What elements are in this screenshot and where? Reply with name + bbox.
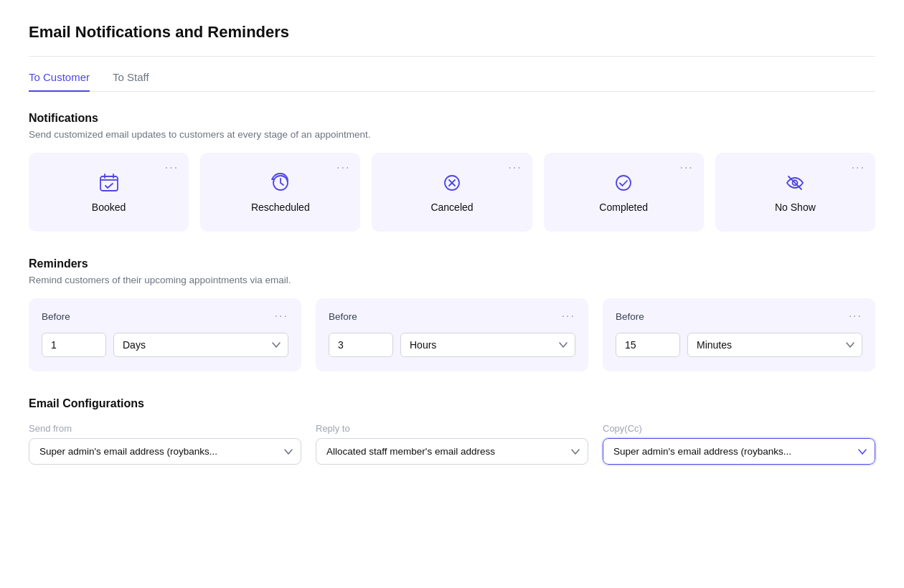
tab-to-staff[interactable]: To Staff (113, 71, 149, 92)
notification-cards-container: ··· Booked ··· (29, 153, 875, 232)
x-circle-icon (441, 171, 463, 194)
reminder-3-number[interactable] (616, 333, 680, 357)
reminder-3-inputs: Minutes Hours Days Weeks (616, 333, 862, 357)
reminder-card-1: Before ··· Minutes Hours Days Weeks (29, 298, 301, 371)
reminder-1-number[interactable] (42, 333, 106, 357)
notifications-desc: Send customized email updates to custome… (29, 129, 875, 140)
reminders-desc: Remind customers of their upcoming appoi… (29, 275, 875, 285)
reminder-2-before-label: Before (329, 311, 357, 322)
svg-rect-0 (100, 176, 118, 191)
email-config-section: Email Configurations Send from Super adm… (29, 397, 875, 465)
reply-to-field: Reply to Allocated staff member's email … (316, 423, 588, 465)
reminder-2-inputs: Minutes Hours Days Weeks (329, 333, 575, 357)
send-from-select[interactable]: Super admin's email address (roybanks...… (29, 438, 301, 465)
svg-point-3 (616, 176, 631, 190)
reminder-card-3: Before ··· Minutes Hours Days Weeks (603, 298, 875, 371)
reply-to-select[interactable]: Allocated staff member's email address S… (316, 438, 588, 465)
reminder-1-inputs: Minutes Hours Days Weeks (42, 333, 288, 357)
booked-menu[interactable]: ··· (165, 161, 179, 174)
reminders-title: Reminders (29, 257, 875, 270)
reminder-2-menu[interactable]: ··· (562, 310, 575, 323)
rescheduled-menu[interactable]: ··· (336, 161, 350, 174)
booked-label: Booked (92, 201, 126, 213)
copy-cc-label: Copy(Cc) (603, 423, 875, 434)
reminder-3-header: Before ··· (616, 310, 862, 323)
canceled-menu[interactable]: ··· (508, 161, 522, 174)
completed-label: Completed (599, 201, 648, 213)
reminder-1-menu[interactable]: ··· (275, 310, 288, 323)
reminder-1-before-label: Before (42, 311, 70, 322)
reminder-cards-container: Before ··· Minutes Hours Days Weeks Befo… (29, 298, 875, 371)
reminder-2-number[interactable] (329, 333, 393, 357)
calendar-check-icon (98, 171, 121, 194)
email-config-title: Email Configurations (29, 397, 875, 410)
reminder-3-before-label: Before (616, 311, 644, 322)
copy-cc-select[interactable]: Super admin's email address (roybanks...… (603, 438, 875, 465)
tab-to-customer[interactable]: To Customer (29, 71, 90, 92)
rescheduled-label: Rescheduled (251, 201, 310, 213)
reply-to-wrapper: Allocated staff member's email address S… (316, 438, 588, 465)
tabs-container: To Customer To Staff (29, 71, 875, 92)
completed-menu[interactable]: ··· (679, 161, 693, 174)
notifications-title: Notifications (29, 112, 875, 125)
notifications-section: Notifications Send customized email upda… (29, 112, 875, 232)
email-config-fields: Send from Super admin's email address (r… (29, 423, 875, 465)
notif-card-no-show[interactable]: ··· No Show (715, 153, 875, 232)
send-from-label: Send from (29, 423, 301, 434)
notif-card-completed[interactable]: ··· Completed (544, 153, 704, 232)
send-from-wrapper: Super admin's email address (roybanks...… (29, 438, 301, 465)
reminder-2-unit[interactable]: Minutes Hours Days Weeks (400, 333, 575, 357)
no-show-menu[interactable]: ··· (852, 161, 865, 174)
notif-card-rescheduled[interactable]: ··· Rescheduled (200, 153, 360, 232)
check-circle-icon (612, 171, 635, 194)
reminder-1-header: Before ··· (42, 310, 288, 323)
copy-cc-field: Copy(Cc) Super admin's email address (ro… (603, 423, 875, 465)
reminders-section: Reminders Remind customers of their upco… (29, 257, 875, 371)
notif-card-canceled[interactable]: ··· Canceled (372, 153, 532, 232)
canceled-label: Canceled (430, 201, 473, 213)
reminder-3-menu[interactable]: ··· (849, 310, 862, 323)
page-title: Email Notifications and Reminders (29, 23, 875, 42)
send-from-field: Send from Super admin's email address (r… (29, 423, 301, 465)
notif-card-booked[interactable]: ··· Booked (29, 153, 189, 232)
eye-slash-icon (783, 171, 806, 194)
reminder-1-unit[interactable]: Minutes Hours Days Weeks (113, 333, 288, 357)
page-container: Email Notifications and Reminders To Cus… (0, 0, 904, 588)
reply-to-label: Reply to (316, 423, 588, 434)
reminder-2-header: Before ··· (329, 310, 575, 323)
reminder-card-2: Before ··· Minutes Hours Days Weeks (316, 298, 588, 371)
clock-refresh-icon (269, 171, 292, 194)
reminder-3-unit[interactable]: Minutes Hours Days Weeks (687, 333, 862, 357)
copy-cc-wrapper: Super admin's email address (roybanks...… (603, 438, 875, 465)
divider (29, 56, 875, 57)
no-show-label: No Show (775, 201, 816, 213)
